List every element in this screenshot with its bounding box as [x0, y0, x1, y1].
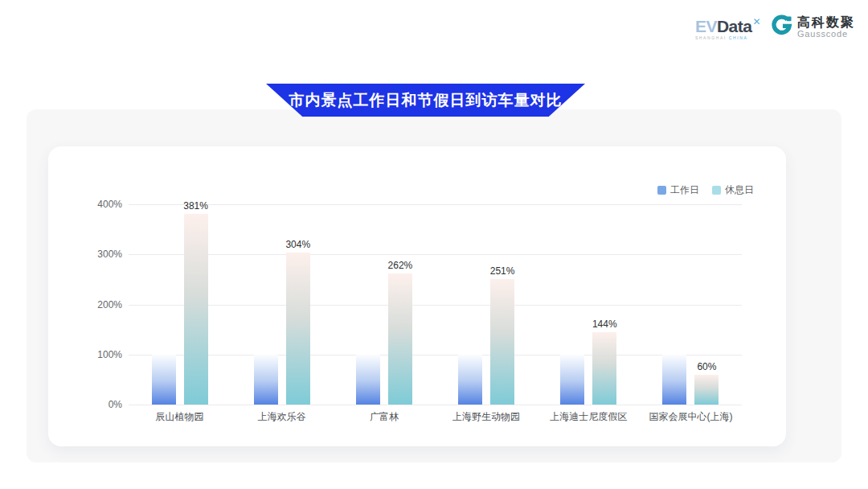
content-panel: 工作日休息日 0%100%200%300%400%381%304%262%251… — [27, 109, 841, 462]
x-axis-label: 广富林 — [333, 410, 435, 424]
gausscode-en-name: Gausscode — [797, 29, 855, 39]
bar-value-label: 381% — [183, 200, 208, 212]
gridline — [129, 405, 742, 405]
legend-marker-icon — [712, 186, 721, 195]
bar-休息日: 144% — [592, 332, 616, 405]
y-tick-label: 400% — [48, 199, 122, 210]
bar-工作日 — [254, 355, 278, 405]
x-axis-label: 上海野生动物园 — [436, 410, 538, 424]
x-axis-label: 国家会展中心(上海) — [640, 410, 742, 424]
title-banner: 市内景点工作日和节假日到访车量对比 — [266, 84, 585, 117]
bar-工作日 — [560, 355, 584, 405]
bar-group: 251% — [436, 204, 538, 405]
x-axis-labels: 辰山植物园上海欢乐谷广富林上海野生动物园上海迪士尼度假区国家会展中心(上海) — [129, 410, 742, 424]
bar-group: 304% — [231, 204, 333, 405]
legend-marker-icon — [657, 186, 666, 195]
evdata-ev-text: EV — [695, 17, 717, 35]
y-tick-label: 300% — [48, 249, 122, 260]
bar-group: 262% — [333, 204, 435, 405]
plot-area: 0%100%200%300%400%381%304%262%251%144%60… — [129, 204, 742, 405]
page: EVData✕ SHANGHAI CHINA 高科数聚 Gausscode 市内… — [0, 0, 868, 489]
bar-休息日: 60% — [694, 375, 719, 405]
bar-value-label: 251% — [490, 265, 515, 277]
evdata-subtitle: SHANGHAI CHINA — [695, 36, 760, 40]
bar-休息日: 381% — [184, 214, 208, 405]
gausscode-logo: 高科数聚 Gausscode — [771, 14, 855, 39]
bar-工作日 — [152, 355, 176, 405]
bar-value-label: 262% — [388, 260, 413, 271]
y-tick-label: 200% — [48, 299, 122, 310]
page-title: 市内景点工作日和节假日到访车量对比 — [289, 90, 563, 111]
chart-legend: 工作日休息日 — [129, 183, 754, 197]
bar-value-label: 144% — [592, 318, 617, 330]
y-tick-label: 0% — [48, 399, 122, 410]
bar-groups: 381%304%262%251%144%60% — [129, 204, 742, 405]
gausscode-cn-name: 高科数聚 — [797, 15, 855, 30]
x-axis-label: 上海欢乐谷 — [231, 410, 333, 424]
legend-item-工作日[interactable]: 工作日 — [657, 183, 699, 197]
bar-工作日 — [356, 355, 380, 405]
evdata-x-icon: ✕ — [752, 16, 760, 27]
legend-item-休息日[interactable]: 休息日 — [712, 183, 754, 197]
bar-休息日: 262% — [388, 273, 412, 405]
bar-休息日: 304% — [286, 253, 310, 405]
bar-group: 144% — [538, 204, 640, 405]
x-axis-label: 上海迪士尼度假区 — [538, 410, 640, 424]
gausscode-text: 高科数聚 Gausscode — [797, 15, 855, 39]
bar-group: 60% — [640, 204, 742, 405]
evdata-data-text: Data — [717, 17, 752, 35]
bar-group: 381% — [129, 204, 231, 405]
x-axis-label: 辰山植物园 — [129, 410, 231, 424]
evdata-wordmark: EVData✕ — [695, 18, 760, 35]
bar-value-label: 60% — [697, 361, 716, 372]
bar-value-label: 304% — [285, 239, 310, 250]
evdata-logo: EVData✕ SHANGHAI CHINA — [695, 14, 760, 40]
header-logos: EVData✕ SHANGHAI CHINA 高科数聚 Gausscode — [695, 14, 855, 40]
gausscode-g-icon — [771, 14, 792, 39]
bar-工作日 — [458, 355, 482, 405]
bar-工作日 — [662, 355, 686, 405]
bar-休息日: 251% — [490, 279, 514, 405]
legend-label: 工作日 — [670, 183, 699, 197]
y-tick-label: 100% — [48, 349, 122, 360]
legend-label: 休息日 — [725, 183, 754, 197]
chart-card: 工作日休息日 0%100%200%300%400%381%304%262%251… — [48, 146, 786, 446]
